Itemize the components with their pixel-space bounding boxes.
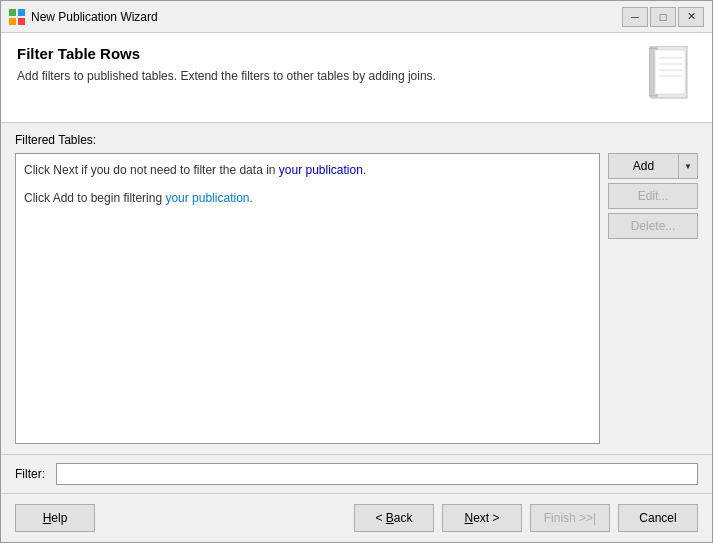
back-button[interactable]: < Back	[354, 504, 434, 532]
edit-button[interactable]: Edit...	[608, 183, 698, 209]
hint-line1-suffix: .	[363, 163, 366, 177]
svg-rect-3	[18, 18, 25, 25]
hint-line2: Click Add to begin filtering your public…	[24, 188, 591, 210]
add-button-group: Add ▼	[608, 153, 698, 179]
hint-line2-suffix: .	[249, 191, 252, 205]
svg-rect-1	[18, 9, 25, 16]
hint-line1-prefix: Click Next if you do not need to filter …	[24, 163, 279, 177]
title-bar-controls: ─ □ ✕	[622, 7, 704, 27]
publication-icon	[646, 45, 696, 105]
header-text: Filter Table Rows Add filters to publish…	[17, 45, 636, 85]
back-label: < Back	[375, 511, 412, 525]
finish-label: Finish >>|	[544, 511, 596, 525]
svg-rect-2	[9, 18, 16, 25]
close-button[interactable]: ✕	[678, 7, 704, 27]
cancel-button[interactable]: Cancel	[618, 504, 698, 532]
main-area: Click Next if you do not need to filter …	[15, 153, 698, 444]
header-title: Filter Table Rows	[17, 45, 636, 62]
window-title: New Publication Wizard	[31, 10, 158, 24]
bottom-bar: Help < Back Next > Finish >>| Cancel	[1, 493, 712, 542]
help-button[interactable]: Help	[15, 504, 95, 532]
dropdown-arrow-icon: ▼	[684, 162, 692, 171]
hint-line2-link: your publication	[165, 191, 249, 205]
bottom-left-buttons: Help	[15, 504, 95, 532]
maximize-button[interactable]: □	[650, 7, 676, 27]
next-button[interactable]: Next >	[442, 504, 522, 532]
filtered-tables-list: Click Next if you do not need to filter …	[15, 153, 600, 444]
hint-line2-prefix: Click Add to begin filtering	[24, 191, 165, 205]
wizard-window: New Publication Wizard ─ □ ✕ Filter Tabl…	[0, 0, 713, 543]
finish-button[interactable]: Finish >>|	[530, 504, 610, 532]
filter-row: Filter:	[1, 454, 712, 493]
svg-rect-6	[655, 50, 685, 94]
hint-line1-link: your publication	[279, 163, 363, 177]
add-dropdown-button[interactable]: ▼	[678, 153, 698, 179]
filtered-tables-label: Filtered Tables:	[15, 133, 698, 147]
hint-line1: Click Next if you do not need to filter …	[24, 160, 591, 182]
svg-rect-0	[9, 9, 16, 16]
title-bar: New Publication Wizard ─ □ ✕	[1, 1, 712, 33]
wizard-icon	[9, 9, 25, 25]
next-label: Next >	[464, 511, 499, 525]
add-button[interactable]: Add	[608, 153, 678, 179]
filter-label: Filter:	[15, 467, 50, 481]
bottom-right-buttons: < Back Next > Finish >>| Cancel	[354, 504, 698, 532]
filter-input[interactable]	[56, 463, 698, 485]
header-description: Add filters to published tables. Extend …	[17, 68, 636, 85]
help-label: Help	[43, 511, 68, 525]
delete-button[interactable]: Delete...	[608, 213, 698, 239]
side-buttons: Add ▼ Edit... Delete...	[608, 153, 698, 444]
content-area: Filtered Tables: Click Next if you do no…	[1, 123, 712, 454]
header-section: Filter Table Rows Add filters to publish…	[1, 33, 712, 123]
title-bar-left: New Publication Wizard	[9, 9, 158, 25]
minimize-button[interactable]: ─	[622, 7, 648, 27]
